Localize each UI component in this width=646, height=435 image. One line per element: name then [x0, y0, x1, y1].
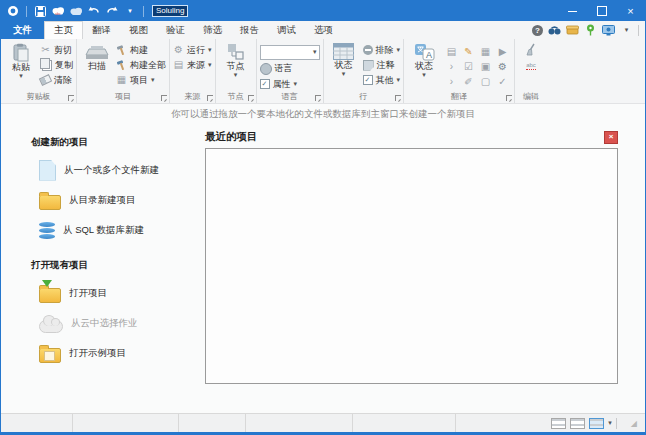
- translation-memory-button[interactable]: ▤: [443, 44, 460, 59]
- recent-projects-list[interactable]: [205, 148, 618, 384]
- build-button[interactable]: 构建: [116, 43, 166, 57]
- title-bar: abc ▾: [1, 1, 645, 21]
- app-logo-icon[interactable]: [6, 4, 20, 18]
- select-cloud-job-item[interactable]: 从云中选择作业: [31, 308, 201, 338]
- ribbon-right-icons: ?: [532, 21, 645, 39]
- dialog-launcher-row[interactable]: [395, 95, 401, 101]
- row-status-button[interactable]: 状态 ▾: [327, 41, 361, 91]
- hint-text: 你可以通过拖放一个要本地化的文件或数据库到主窗口来创建一个新项目: [171, 108, 475, 121]
- dialog-launcher-language[interactable]: [315, 95, 321, 101]
- new-from-files-item[interactable]: 从一个或多个文件新建: [31, 155, 201, 185]
- exclude-button[interactable]: 排除 ▾: [363, 43, 401, 57]
- tab-file[interactable]: 文件: [1, 21, 44, 39]
- undo-icon: [88, 6, 100, 16]
- tab-translate[interactable]: 翻译: [83, 21, 120, 39]
- spellcheck-cloud-button[interactable]: abc: [51, 4, 65, 18]
- save-button[interactable]: [33, 4, 47, 18]
- node-button[interactable]: 节点 ▾: [219, 41, 253, 91]
- other-button[interactable]: ✓ 其他 ▾: [363, 73, 401, 87]
- undo-button[interactable]: [87, 4, 101, 18]
- empty-translation-button[interactable]: ▢: [477, 74, 494, 89]
- clear-button[interactable]: 清除: [40, 73, 73, 87]
- tab-debug[interactable]: 调试: [268, 21, 305, 39]
- qat-dropdown-button[interactable]: ▾: [123, 4, 137, 18]
- resize-grip[interactable]: ◢: [621, 419, 637, 428]
- cloud-button[interactable]: [69, 4, 83, 18]
- titlebar-separator: [26, 6, 27, 17]
- review-button[interactable]: ✐: [460, 74, 477, 89]
- dialog-launcher-translate[interactable]: [506, 95, 512, 101]
- new-from-sql-item[interactable]: 从 SQL 数据库新建: [31, 215, 201, 245]
- screen-button[interactable]: [602, 24, 615, 37]
- minimize-button[interactable]: [558, 1, 587, 21]
- run-button[interactable]: ⚙ 运行 ▾: [173, 43, 212, 57]
- dialog-launcher-node[interactable]: [248, 95, 254, 101]
- tab-view[interactable]: 视图: [120, 21, 157, 39]
- wrench-icon: ⚙: [498, 61, 507, 72]
- properties-button[interactable]: ✓ 属性 ▾: [260, 77, 320, 91]
- dialog-launcher-clipboard[interactable]: [68, 95, 74, 101]
- view-mode-list-button[interactable]: [589, 418, 604, 429]
- open-sample-item[interactable]: 打开示例项目: [31, 338, 201, 368]
- tab-validate[interactable]: 验证: [157, 21, 194, 39]
- comment-icon: [363, 60, 374, 71]
- recent-projects-title: 最近的项目: [205, 130, 258, 144]
- new-from-sql-label: 从 SQL 数据库新建: [63, 224, 144, 237]
- ribbon-options-dropdown[interactable]: ▾: [620, 24, 633, 37]
- scan-button[interactable]: 扫描: [80, 41, 114, 91]
- tab-home[interactable]: 主页: [44, 21, 83, 39]
- open-project-item[interactable]: 打开项目: [31, 278, 201, 308]
- view-mode-detail-button[interactable]: [570, 418, 585, 429]
- spellcheck-button[interactable]: abc: [526, 62, 536, 70]
- tab-filter[interactable]: 筛选: [194, 21, 231, 39]
- dialog-launcher-project[interactable]: [161, 95, 167, 101]
- paste-icon: [13, 43, 29, 62]
- build-label: 构建: [130, 44, 148, 57]
- package-button[interactable]: [566, 24, 579, 37]
- language-combobox[interactable]: ▾: [260, 45, 320, 60]
- cut-button[interactable]: ✂ 剪切: [40, 43, 73, 57]
- ribbon-group-source: ⚙ 运行 ▾ ▤ 来源 ▾ 来源: [170, 39, 216, 103]
- next-untranslated-button[interactable]: ›: [443, 74, 460, 89]
- run-translate-button[interactable]: ▶: [494, 44, 511, 59]
- other-icon: ✓: [363, 75, 373, 85]
- translate-settings-button[interactable]: ⚙: [494, 59, 511, 74]
- redo-icon: [106, 6, 118, 16]
- accept-translation-button[interactable]: ☑: [460, 59, 477, 74]
- package-translate-button[interactable]: ▦: [477, 44, 494, 59]
- play-icon: ▶: [499, 46, 507, 57]
- tab-options[interactable]: 选项: [305, 21, 342, 39]
- recent-close-button[interactable]: ×: [604, 131, 618, 144]
- build-all-button[interactable]: 构建全部: [116, 58, 166, 72]
- dialog-launcher-source[interactable]: [207, 95, 213, 101]
- cleanup-button[interactable]: [525, 43, 537, 58]
- next-row-button[interactable]: ›: [443, 59, 460, 74]
- view-mode-dropdown[interactable]: ▾: [608, 420, 612, 426]
- new-from-directory-item[interactable]: 从目录新建项目: [31, 185, 201, 215]
- close-button[interactable]: ×: [616, 1, 645, 21]
- help-button[interactable]: ?: [532, 25, 543, 36]
- source-menu-button[interactable]: ▤ 来源 ▾: [173, 58, 212, 72]
- chevron-down-icon: ▾: [625, 27, 629, 33]
- location-button[interactable]: [584, 24, 597, 37]
- language-button[interactable]: 语言: [260, 62, 320, 76]
- scan-label: 扫描: [88, 62, 106, 71]
- node-hierarchy-icon: [226, 43, 245, 61]
- cut-label: 剪切: [54, 44, 72, 57]
- find-button[interactable]: [548, 24, 561, 37]
- clipboard-small-buttons: ✂ 剪切 复制 清除: [40, 41, 73, 91]
- chevron-down-icon: ▾: [128, 8, 132, 14]
- maximize-button[interactable]: [587, 1, 616, 21]
- project-menu-button[interactable]: ▦ 项目 ▾: [116, 73, 166, 87]
- view-mode-grid-button[interactable]: [551, 418, 566, 429]
- ribbon-icons-separator: [638, 25, 639, 36]
- redo-button[interactable]: [105, 4, 119, 18]
- tab-report[interactable]: 报告: [231, 21, 268, 39]
- paste-button[interactable]: 粘贴 ▾: [4, 41, 38, 91]
- copy-source-button[interactable]: ▣: [477, 59, 494, 74]
- copy-button[interactable]: 复制: [40, 58, 73, 72]
- edit-translation-button[interactable]: ✎: [460, 44, 477, 59]
- mark-checked-button[interactable]: ✓: [494, 74, 511, 89]
- translate-status-button[interactable]: A 状态 ▾: [407, 41, 441, 91]
- comment-button[interactable]: 注释: [363, 58, 401, 72]
